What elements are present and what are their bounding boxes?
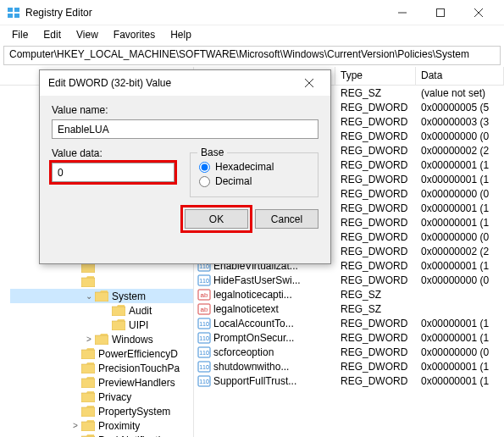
svg-text:110: 110 xyxy=(199,364,209,370)
value-name: PromptOnSecur... xyxy=(213,332,294,344)
tree-item[interactable]: ⌄System xyxy=(10,289,193,303)
folder-icon xyxy=(81,406,95,417)
radio-hex-input[interactable] xyxy=(199,162,210,173)
reg-value-icon: 110 xyxy=(197,374,211,388)
ok-button[interactable]: OK xyxy=(185,209,248,229)
maximize-button[interactable] xyxy=(421,0,459,25)
close-button[interactable] xyxy=(459,0,497,25)
list-row[interactable]: ablegalnoticecapti...REG_SZ xyxy=(194,287,504,301)
list-row[interactable]: 110HideFastUserSwi...REG_DWORD0x00000000… xyxy=(194,273,504,287)
titlebar: Registry Editor xyxy=(0,0,504,25)
svg-text:ab: ab xyxy=(201,291,208,299)
value-type: REG_DWORD xyxy=(335,130,416,142)
tree-item[interactable]: PropertySystem xyxy=(10,404,193,418)
window-title: Registry Editor xyxy=(25,7,383,19)
value-type: REG_DWORD xyxy=(335,159,416,171)
tree-item[interactable]: PrecisionTouchPa xyxy=(10,361,193,375)
value-type: REG_DWORD xyxy=(335,318,416,329)
dialog-close-button[interactable] xyxy=(296,70,322,96)
list-row[interactable]: 110LocalAccountTo...REG_DWORD0x00000001 … xyxy=(194,316,504,330)
svg-text:110: 110 xyxy=(199,321,209,327)
tree-item[interactable]: PreviewHandlers xyxy=(10,375,193,390)
reg-value-icon: ab xyxy=(197,288,211,301)
value-data: 0x00000000 (0 xyxy=(416,231,504,243)
menu-favorites[interactable]: Favorites xyxy=(107,27,162,42)
cancel-button[interactable]: Cancel xyxy=(255,209,318,229)
tree-item[interactable]: Privacy xyxy=(10,390,193,404)
menu-view[interactable]: View xyxy=(69,27,105,42)
reg-value-icon: ab xyxy=(197,302,211,316)
tree-item[interactable]: >Windows xyxy=(10,332,193,346)
radio-hex-label: Hexadecimal xyxy=(215,161,274,173)
value-data: 0x00000001 (1 xyxy=(416,375,504,387)
reg-value-icon: 110 xyxy=(197,360,211,373)
list-row[interactable]: 110SupportFullTrust...REG_DWORD0x0000000… xyxy=(194,373,504,388)
radio-decimal[interactable]: Decimal xyxy=(199,175,309,187)
value-type: REG_DWORD xyxy=(335,174,416,185)
list-row[interactable]: ablegalnoticetextREG_SZ xyxy=(194,301,504,316)
value-data: (value not set) xyxy=(416,87,504,99)
base-group-title: Base xyxy=(197,147,227,158)
tree-expander-icon[interactable]: > xyxy=(83,335,95,344)
value-name-label: Value name: xyxy=(52,104,318,116)
tree-item-label: Proximity xyxy=(98,420,140,432)
radio-hexadecimal[interactable]: Hexadecimal xyxy=(199,161,309,173)
tree-item[interactable]: >Proximity xyxy=(10,418,193,433)
svg-rect-3 xyxy=(14,14,19,18)
tree-expander-icon[interactable]: ⌄ xyxy=(83,291,95,301)
value-data-input[interactable] xyxy=(52,163,174,182)
tree-item[interactable]: >PushNotifications xyxy=(10,433,193,437)
value-name-input[interactable] xyxy=(52,119,318,139)
svg-rect-2 xyxy=(8,14,13,18)
tree-item-label: UIPI xyxy=(129,319,148,331)
value-data: 0x00000000 (0 xyxy=(416,346,504,358)
radio-dec-input[interactable] xyxy=(199,176,210,187)
list-row[interactable]: 110PromptOnSecur...REG_DWORD0x00000001 (… xyxy=(194,330,504,345)
tree-item-label: PropertySystem xyxy=(98,406,170,418)
svg-rect-1 xyxy=(14,8,19,12)
value-type: REG_DWORD xyxy=(335,346,416,358)
list-row[interactable]: 110shutdownwitho...REG_DWORD0x00000001 (… xyxy=(194,359,504,373)
tree-item-label: PushNotifications xyxy=(98,434,177,438)
tree-item[interactable]: UIPI xyxy=(10,318,193,332)
svg-rect-25 xyxy=(95,335,108,345)
tree-item-label: System xyxy=(112,290,146,302)
reg-value-icon: 110 xyxy=(197,274,211,287)
column-data[interactable]: Data xyxy=(416,67,504,85)
tree-item-label: Privacy xyxy=(98,391,131,403)
tree-item-label: PrecisionTouchPa xyxy=(98,362,180,374)
list-row[interactable]: 110scforceoptionREG_DWORD0x00000000 (0 xyxy=(194,345,504,359)
tree-item[interactable] xyxy=(10,274,193,289)
tree-item-label: Audit xyxy=(129,305,152,317)
svg-text:110: 110 xyxy=(199,335,209,341)
svg-text:110: 110 xyxy=(199,350,209,356)
tree-item[interactable]: Audit xyxy=(10,303,193,318)
value-type: REG_DWORD xyxy=(335,145,416,157)
value-data: 0x00000001 (1 xyxy=(416,202,504,214)
address-bar[interactable]: Computer\HKEY_LOCAL_MACHINE\SOFTWARE\Mic… xyxy=(3,46,501,65)
value-type: REG_SZ xyxy=(335,303,416,315)
menu-edit[interactable]: Edit xyxy=(36,27,68,42)
svg-text:ab: ab xyxy=(201,306,208,313)
value-type: REG_DWORD xyxy=(335,274,416,286)
tree-item-label: PowerEfficiencyD xyxy=(98,348,178,360)
value-data: 0x00000002 (2 xyxy=(416,145,504,157)
value-data: 0x00000001 (1 xyxy=(416,174,504,185)
svg-text:110: 110 xyxy=(199,278,209,284)
svg-rect-28 xyxy=(81,379,95,388)
minimize-button[interactable] xyxy=(383,0,421,25)
svg-text:110: 110 xyxy=(199,379,209,384)
tree-item[interactable]: PowerEfficiencyD xyxy=(10,346,193,361)
folder-icon xyxy=(95,290,108,301)
dialog-titlebar[interactable]: Edit DWORD (32-bit) Value xyxy=(40,70,330,96)
value-data: 0x00000002 (2 xyxy=(416,246,504,257)
tree-expander-icon[interactable]: > xyxy=(69,421,81,430)
value-type: REG_DWORD xyxy=(335,231,416,243)
column-type[interactable]: Type xyxy=(335,67,416,85)
menu-help[interactable]: Help xyxy=(163,27,198,42)
svg-rect-24 xyxy=(112,321,125,330)
value-type: REG_SZ xyxy=(335,289,416,301)
svg-rect-22 xyxy=(95,292,108,301)
menu-file[interactable]: File xyxy=(5,27,35,42)
svg-rect-27 xyxy=(81,364,95,373)
